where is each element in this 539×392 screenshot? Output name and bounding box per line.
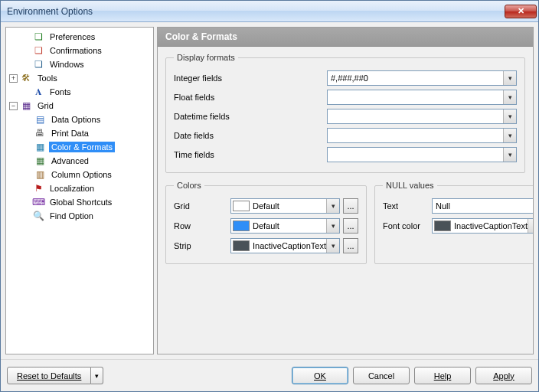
datetime-fields-combo[interactable]: ▾ bbox=[327, 109, 517, 124]
tree-item-tools[interactable]: +🛠Tools bbox=[6, 71, 153, 85]
settings-pane: Color & Formats Display formats Integer … bbox=[157, 27, 534, 354]
chevron-down-icon[interactable]: ▾ bbox=[326, 239, 339, 253]
grid-color-label: Grid bbox=[174, 201, 227, 211]
tree-item-windows[interactable]: ❏Windows bbox=[6, 57, 153, 71]
chevron-down-icon[interactable]: ▾ bbox=[503, 109, 516, 123]
chevron-down-icon[interactable]: ▾ bbox=[528, 219, 534, 233]
date-fields-label: Date fields bbox=[174, 131, 327, 140]
strip-color-label: Strip bbox=[174, 241, 227, 250]
date-fields-input[interactable] bbox=[327, 128, 517, 143]
color-swatch-icon bbox=[233, 220, 250, 231]
null-fontcolor-combo[interactable]: InactiveCaptionText ▾ bbox=[432, 218, 534, 234]
row-color-label: Row bbox=[174, 221, 227, 230]
nav-tree[interactable]: ❏Preferences ❏Confirmations ❏Windows +🛠T… bbox=[5, 27, 154, 354]
strip-color-more-button[interactable]: ... bbox=[343, 238, 358, 253]
integer-fields-combo[interactable]: ▾ bbox=[327, 70, 517, 86]
chevron-down-icon[interactable]: ▾ bbox=[503, 90, 516, 104]
dialog-body: ❏Preferences ❏Confirmations ❏Windows +🛠T… bbox=[1, 22, 538, 359]
reset-defaults-arrow[interactable]: ▾ bbox=[91, 367, 103, 384]
time-fields-combo[interactable]: ▾ bbox=[327, 147, 517, 162]
window-title: Environment Options bbox=[7, 6, 505, 17]
chevron-down-icon[interactable]: ▾ bbox=[326, 219, 339, 233]
close-button[interactable]: ✕ bbox=[505, 5, 537, 18]
pane-body: Display formats Integer fields ▾ Float f… bbox=[158, 47, 533, 354]
float-fields-combo[interactable]: ▾ bbox=[327, 90, 517, 105]
grid-color-value: Default bbox=[253, 201, 326, 211]
environment-options-dialog: Environment Options ✕ ❏Preferences ❏Conf… bbox=[0, 0, 539, 392]
tree-item-fonts[interactable]: 𝐀Fonts bbox=[6, 85, 153, 99]
float-fields-input[interactable] bbox=[327, 90, 517, 105]
expand-icon[interactable]: + bbox=[9, 74, 18, 83]
null-text-label: Text bbox=[383, 201, 429, 211]
datetime-fields-input[interactable] bbox=[327, 109, 517, 124]
tree-item-global-shortcuts[interactable]: ⌨Global Shortcuts bbox=[6, 195, 153, 209]
grid-color-more-button[interactable]: ... bbox=[343, 198, 358, 214]
preferences-icon: ❏ bbox=[32, 31, 44, 43]
grid-icon: ▦ bbox=[20, 100, 32, 112]
chevron-down-icon[interactable]: ▾ bbox=[326, 199, 339, 213]
null-values-group: NULL values Text Font color InactiveCapt… bbox=[374, 181, 534, 264]
shortcuts-icon: ⌨ bbox=[32, 196, 44, 208]
titlebar: Environment Options ✕ bbox=[1, 1, 538, 22]
colors-legend: Colors bbox=[174, 181, 204, 190]
row-color-value: Default bbox=[253, 221, 326, 230]
print-icon: 🖶 bbox=[34, 127, 46, 139]
column-options-icon: ▥ bbox=[34, 168, 46, 181]
cancel-button[interactable]: Cancel bbox=[353, 367, 410, 384]
advanced-icon: ▦ bbox=[34, 155, 46, 167]
strip-color-combo[interactable]: InactiveCaptionText ▾ bbox=[230, 238, 340, 253]
display-formats-legend: Display formats bbox=[174, 53, 238, 62]
tree-item-grid[interactable]: −▦Grid bbox=[6, 99, 153, 113]
confirmations-icon: ❏ bbox=[32, 44, 44, 57]
help-button[interactable]: Help bbox=[414, 367, 471, 384]
pane-header: Color & Formats bbox=[158, 28, 533, 47]
null-values-legend: NULL values bbox=[383, 181, 437, 190]
reset-defaults-split-button[interactable]: Reset to Defaults ▾ bbox=[7, 367, 103, 384]
float-fields-label: Float fields bbox=[174, 93, 327, 102]
strip-color-value: InactiveCaptionText bbox=[253, 241, 326, 250]
tree-item-data-options[interactable]: ▤Data Options bbox=[6, 113, 153, 126]
tree-item-column-options[interactable]: ▥Column Options bbox=[6, 168, 153, 181]
collapse-icon[interactable]: − bbox=[9, 102, 18, 110]
dialog-footer: Reset to Defaults ▾ OK Cancel Help Apply bbox=[1, 359, 538, 391]
find-icon: 🔍 bbox=[32, 210, 44, 222]
chevron-down-icon[interactable]: ▾ bbox=[503, 71, 516, 85]
windows-icon: ❏ bbox=[32, 58, 44, 70]
tree-item-find-option[interactable]: 🔍Find Option bbox=[6, 209, 153, 223]
row-color-more-button[interactable]: ... bbox=[343, 218, 358, 234]
date-fields-combo[interactable]: ▾ bbox=[327, 128, 517, 143]
tree-item-preferences[interactable]: ❏Preferences bbox=[6, 30, 153, 44]
color-formats-icon: ▦ bbox=[34, 141, 46, 153]
color-swatch-icon bbox=[434, 220, 451, 231]
null-fontcolor-label: Font color bbox=[383, 221, 429, 230]
tools-icon: 🛠 bbox=[20, 72, 32, 84]
apply-button[interactable]: Apply bbox=[475, 367, 532, 384]
time-fields-label: Time fields bbox=[174, 150, 327, 159]
color-swatch-icon bbox=[233, 201, 250, 211]
time-fields-input[interactable] bbox=[327, 147, 517, 162]
grid-color-combo[interactable]: Default ▾ bbox=[230, 198, 340, 214]
reset-defaults-button[interactable]: Reset to Defaults bbox=[7, 367, 91, 384]
localization-icon: ⚑ bbox=[32, 182, 44, 194]
datetime-fields-label: Datetime fields bbox=[174, 112, 327, 121]
null-text-input[interactable] bbox=[432, 198, 534, 214]
null-fontcolor-value: InactiveCaptionText bbox=[454, 221, 528, 230]
data-options-icon: ▤ bbox=[34, 113, 46, 126]
color-swatch-icon bbox=[233, 240, 250, 251]
fonts-icon: 𝐀 bbox=[32, 86, 44, 98]
colors-group: Colors Grid Default ▾ ... Row bbox=[165, 181, 367, 264]
integer-fields-input[interactable] bbox=[327, 70, 517, 86]
chevron-down-icon[interactable]: ▾ bbox=[503, 148, 516, 162]
ok-button[interactable]: OK bbox=[292, 367, 348, 384]
row-color-combo[interactable]: Default ▾ bbox=[230, 218, 340, 234]
tree-item-print-data[interactable]: 🖶Print Data bbox=[6, 126, 153, 140]
tree-item-advanced[interactable]: ▦Advanced bbox=[6, 154, 153, 168]
tree-item-localization[interactable]: ⚑Localization bbox=[6, 181, 153, 195]
chevron-down-icon[interactable]: ▾ bbox=[503, 129, 516, 142]
tree-item-confirmations[interactable]: ❏Confirmations bbox=[6, 44, 153, 57]
integer-fields-label: Integer fields bbox=[174, 74, 327, 83]
display-formats-group: Display formats Integer fields ▾ Float f… bbox=[165, 53, 525, 173]
tree-item-color-formats[interactable]: ▦Color & Formats bbox=[6, 140, 153, 154]
